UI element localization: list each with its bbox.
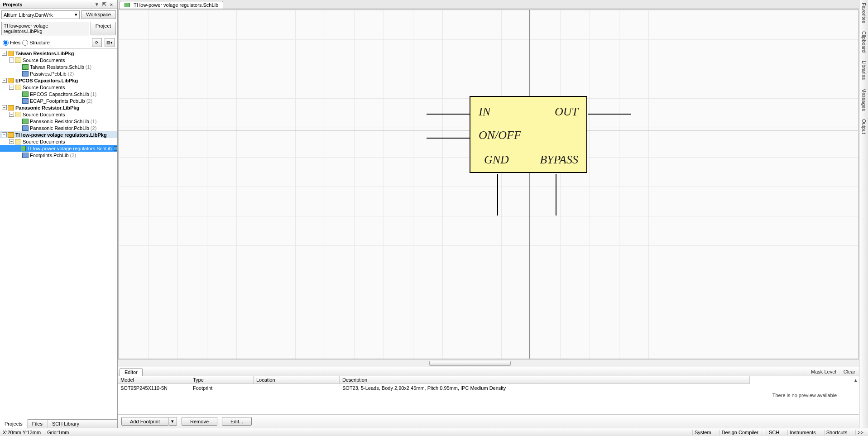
tab-output[interactable]: Output bbox=[861, 118, 867, 135]
expand-icon[interactable]: − bbox=[9, 112, 14, 117]
mode-structure-radio[interactable]: Structure bbox=[22, 40, 50, 46]
refresh-icon[interactable]: ⟳ bbox=[92, 38, 102, 47]
tree-label: Passives.PcbLib bbox=[30, 71, 67, 77]
add-footprint-button[interactable]: Add Footprint bbox=[121, 417, 168, 426]
remove-button[interactable]: Remove bbox=[182, 417, 217, 426]
tree-row[interactable]: Footprints.PcbLib(2) bbox=[0, 152, 117, 158]
status-sch[interactable]: SCH bbox=[767, 430, 781, 435]
workspace-combo[interactable]: Altium Library.DsnWrk ▾ bbox=[1, 10, 80, 19]
status-shortcuts[interactable]: Shortcuts bbox=[824, 430, 849, 435]
tab-libraries[interactable]: Libraries bbox=[861, 60, 867, 81]
expand-icon[interactable]: − bbox=[2, 105, 7, 110]
project-button[interactable]: Project bbox=[91, 22, 116, 35]
status-coords: X:20mm Y:13mm bbox=[3, 430, 41, 435]
workspace-button[interactable]: Workspace bbox=[81, 10, 116, 19]
projects-panel: Projects ▾ ⇱ × Altium Library.DsnWrk ▾ W… bbox=[0, 0, 118, 428]
tab-sch-library[interactable]: SCH Library bbox=[48, 420, 84, 428]
mode-files-radio[interactable]: Files bbox=[3, 40, 20, 46]
expand-icon[interactable]: − bbox=[9, 57, 14, 62]
col-model[interactable]: Model bbox=[118, 376, 190, 383]
tree-row[interactable]: −Source Documents bbox=[0, 138, 117, 145]
tab-favorites[interactable]: Favorites bbox=[861, 2, 867, 24]
collapse-icon[interactable]: ▴ bbox=[854, 377, 857, 383]
schematic-canvas[interactable]: IN OUT ON/OFF GND BYPASS bbox=[118, 10, 858, 359]
fld-icon bbox=[15, 57, 21, 63]
tree-row[interactable]: Panasonic Resistor.PcbLib(2) bbox=[0, 125, 117, 131]
scrollbar-thumb[interactable] bbox=[429, 361, 511, 366]
grid-row[interactable]: SOT95P245X110-5N Footprint SOT23, 5-Lead… bbox=[118, 384, 750, 392]
document-tab[interactable]: TI low-power volage regulators.SchLib bbox=[120, 1, 223, 9]
horizontal-scrollbar[interactable] bbox=[118, 359, 859, 367]
document-tabs: TI low-power volage regulators.SchLib bbox=[118, 0, 859, 9]
document-tab-label: TI low-power volage regulators.SchLib bbox=[134, 2, 218, 8]
tree-row[interactable]: Passives.PcbLib(2) bbox=[0, 70, 117, 77]
component-body[interactable]: IN OUT ON/OFF GND BYPASS bbox=[470, 96, 587, 173]
tab-files[interactable]: Files bbox=[28, 420, 48, 428]
right-tabstrip: Favorites Clipboard Libraries Messages O… bbox=[859, 0, 868, 428]
pin-gnd[interactable] bbox=[497, 174, 498, 216]
expand-icon[interactable]: − bbox=[2, 78, 7, 83]
tree-row[interactable]: −Source Documents bbox=[0, 57, 117, 63]
status-grid: Grid:1mm bbox=[47, 430, 69, 435]
pin-label-onoff: ON/OFF bbox=[479, 129, 521, 142]
sch-icon bbox=[22, 119, 29, 124]
tree-label: Taiwan Resistors.LibPkg bbox=[15, 51, 74, 56]
edit-button[interactable]: Edit... bbox=[222, 417, 252, 426]
center-area: TI low-power volage regulators.SchLib IN… bbox=[118, 0, 859, 428]
panel-pin-icon[interactable]: ⇱ bbox=[101, 1, 107, 7]
tree-row[interactable]: Taiwan Resistors.SchLib(1) bbox=[0, 63, 117, 70]
pin-onoff[interactable] bbox=[427, 138, 470, 139]
doc-count: (1) bbox=[91, 91, 96, 97]
status-more[interactable]: >> bbox=[855, 430, 865, 435]
expand-icon[interactable]: − bbox=[9, 139, 14, 144]
tree-row[interactable]: −Taiwan Resistors.LibPkg bbox=[0, 50, 117, 57]
tab-clipboard[interactable]: Clipboard bbox=[861, 30, 867, 53]
doc-count: (2) bbox=[86, 98, 92, 104]
preview-message: There is no preview available bbox=[772, 393, 837, 398]
tree-row[interactable]: ECAP_Footprints.PcbLib(2) bbox=[0, 97, 117, 104]
settings-icon[interactable]: ▥▾ bbox=[105, 38, 115, 47]
project-tree[interactable]: −Taiwan Resistors.LibPkg−Source Document… bbox=[0, 49, 117, 419]
schlib-icon bbox=[125, 3, 130, 7]
tree-row[interactable]: −TI low-power volage regulators.LibPkg bbox=[0, 131, 117, 138]
tab-projects[interactable]: Projects bbox=[0, 419, 28, 428]
col-type[interactable]: Type bbox=[190, 376, 254, 383]
axis-vertical bbox=[529, 10, 530, 359]
pin-bypass[interactable] bbox=[556, 174, 556, 216]
status-system[interactable]: System bbox=[692, 430, 713, 435]
tree-row[interactable]: −Source Documents bbox=[0, 84, 117, 91]
tree-row[interactable]: −Source Documents bbox=[0, 111, 117, 118]
prj-icon bbox=[8, 78, 14, 83]
model-grid[interactable]: Model Type Location Description SOT95P24… bbox=[118, 376, 750, 414]
pin-in[interactable] bbox=[427, 114, 470, 115]
add-footprint-dropdown[interactable]: ▾ bbox=[168, 417, 177, 426]
tree-row[interactable]: EPCOS Capacitors.SchLib(1) bbox=[0, 91, 117, 97]
doc-count: (2) bbox=[91, 125, 96, 131]
project-field: TI low-power volage regulators.LibPkg bbox=[1, 22, 89, 35]
col-description[interactable]: Description bbox=[340, 376, 750, 383]
tree-row[interactable]: −EPCOS Capacitors.LibPkg bbox=[0, 77, 117, 84]
pin-out[interactable] bbox=[588, 114, 631, 115]
tree-label: Footprints.PcbLib bbox=[30, 153, 69, 158]
status-design-compiler[interactable]: Design Compiler bbox=[719, 430, 760, 435]
prj-icon bbox=[8, 105, 14, 110]
cell-type: Footprint bbox=[190, 385, 254, 391]
tree-row[interactable]: TI low-power volage regulators.SchLib bbox=[0, 145, 117, 152]
col-location[interactable]: Location bbox=[254, 376, 340, 383]
prj-icon bbox=[8, 51, 14, 56]
status-instruments[interactable]: Instruments bbox=[787, 430, 817, 435]
tab-messages[interactable]: Messages bbox=[861, 87, 867, 112]
panel-header: Projects ▾ ⇱ × bbox=[0, 0, 117, 9]
doc-count: (1) bbox=[91, 119, 96, 124]
tree-row[interactable]: −Panasonic Resistor.LibPkg bbox=[0, 104, 117, 111]
panel-menu-icon[interactable]: ▾ bbox=[94, 1, 100, 7]
clear-button[interactable]: Clear bbox=[840, 368, 859, 375]
tree-row[interactable]: Panasonic Resistor.SchLib(1) bbox=[0, 118, 117, 125]
tree-label: Source Documents bbox=[23, 57, 65, 63]
expand-icon[interactable]: − bbox=[9, 85, 14, 90]
expand-icon[interactable]: − bbox=[2, 132, 7, 137]
mask-level-button[interactable]: Mask Level bbox=[807, 368, 840, 375]
panel-close-icon[interactable]: × bbox=[108, 2, 115, 7]
expand-icon[interactable]: − bbox=[2, 51, 7, 56]
editor-tab[interactable]: Editor bbox=[120, 368, 143, 376]
